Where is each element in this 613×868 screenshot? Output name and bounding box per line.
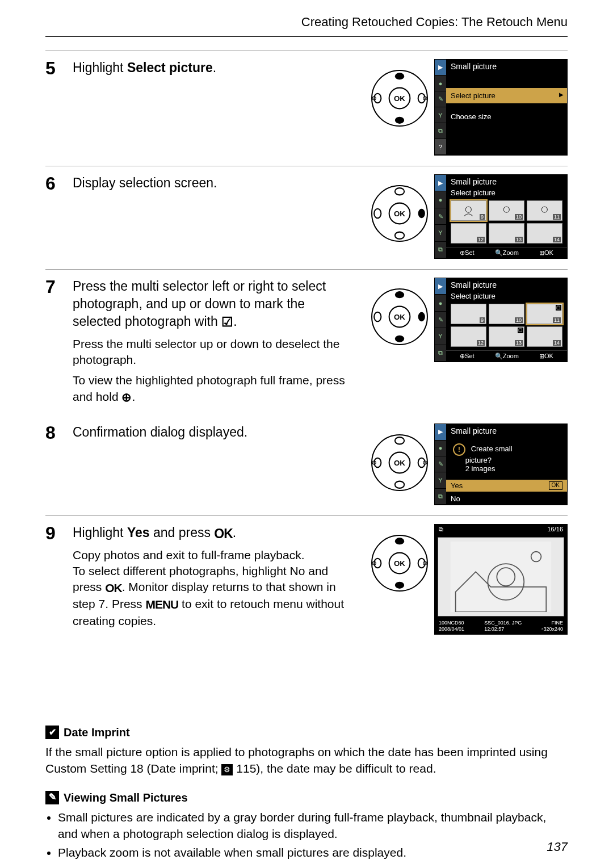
thumb: 10: [489, 304, 524, 324]
text: and press: [150, 525, 215, 540]
thumb: 10: [489, 200, 524, 221]
lcd-title: Small picture: [446, 278, 567, 292]
lcd-screen-playback: ⧉ 16/16 100NCD60 2008/04/01 SSC_00: [434, 524, 568, 635]
size: 320x240: [543, 626, 563, 632]
text-bold: No: [290, 564, 305, 577]
check-icon: ✔: [45, 726, 59, 739]
warning-icon: !: [453, 443, 465, 456]
svg-point-13: [418, 209, 425, 218]
ok-icon: OK: [214, 525, 233, 543]
note-viewing-small: ✎ Viewing Small Pictures Small pictures …: [45, 790, 568, 861]
svg-point-2: [395, 117, 404, 124]
text: To view the highlighted photograph full …: [73, 374, 345, 402]
menu-icon: MENU: [145, 597, 178, 613]
confirm-yes: Yes OK: [446, 480, 567, 492]
thumb: 14: [527, 223, 562, 244]
text: .: [213, 60, 216, 75]
svg-point-17: [503, 207, 509, 212]
text: ;: [215, 762, 222, 775]
page-header: Creating Retouched Copies: The Retouch M…: [45, 11, 568, 37]
step-sub: Copy photos and exit to full-frame playb…: [73, 547, 357, 629]
note-heading: Date Imprint: [64, 724, 130, 740]
text: .: [233, 525, 236, 540]
svg-point-36: [395, 538, 404, 544]
step-title: Highlight Yes and press OK.: [73, 524, 357, 542]
lcd-screen-selection: ▶●✎Y⧉ Small picture Select picture 9 10 …: [434, 174, 568, 259]
menu-item-select-picture: Select picture: [446, 88, 567, 103]
thumb: ▢13: [489, 326, 524, 347]
lcd-screen-selection-marked: ▶●✎Y⧉ Small picture Select picture 9 10 …: [434, 278, 568, 362]
svg-point-21: [395, 336, 404, 342]
lcd-title: Small picture: [446, 60, 567, 73]
multiselector-icon: OK: [371, 534, 429, 592]
lcd-screen-confirm: ▶●✎Y⧉ Small picture ! Create small pictu…: [434, 423, 568, 505]
reference-icon: ⚙: [221, 764, 233, 775]
menu-item-choose-size: Choose size: [446, 109, 567, 124]
date: 2008/04/01: [439, 626, 464, 632]
text-bold: Select picture: [127, 60, 213, 75]
svg-point-23: [418, 312, 425, 321]
pencil-icon: ✎: [45, 791, 59, 804]
lcd-screen-menu: ▶●✎Y⧉? Small picture Select picture Choo…: [434, 59, 568, 156]
step-number: 6: [45, 174, 65, 192]
text: Highlight: [73, 525, 127, 540]
thumb: 13: [489, 223, 524, 244]
step-sub: Press the multi selector up or down to d…: [73, 336, 357, 368]
multiselector-icon: OK: [371, 184, 429, 242]
svg-point-18: [541, 207, 547, 212]
lcd-subtitle: Select picture: [446, 188, 567, 197]
confirm-no: No: [446, 493, 567, 505]
retouch-icon: ⧉: [439, 526, 443, 533]
svg-point-1: [395, 73, 404, 79]
multiselector-icon: OK: [371, 434, 429, 492]
page-number: 137: [547, 840, 568, 854]
step-5: 5 Highlight Select picture. OK ▶●✎Y⧉? Sm…: [45, 51, 568, 166]
folder-name: 100NCD60: [439, 620, 464, 626]
text-bold: Date imprint: [151, 762, 215, 775]
svg-text:OK: OK: [394, 559, 405, 568]
text: Create small: [471, 445, 513, 454]
text: Highlight: [73, 60, 127, 75]
svg-text:OK: OK: [394, 313, 405, 321]
ok-icon: OK: [105, 580, 122, 596]
text: To select different photographs, highlig…: [73, 564, 290, 577]
bullet-item: Playback zoom is not available when smal…: [58, 844, 568, 861]
step-sub: To view the highlighted photograph full …: [73, 372, 357, 405]
step-9: 9 Highlight Yes and press OK. Copy photo…: [45, 515, 568, 645]
notes-section: ✔ Date Imprint If the small picture opti…: [45, 724, 568, 861]
multiselector-icon: OK: [371, 69, 429, 127]
quality: FINE: [541, 620, 563, 626]
text: picture?: [465, 456, 492, 464]
step-number: 8: [45, 423, 65, 442]
step-8: 8 Confirmation dialog displayed. OK ▶●✎Y…: [45, 416, 568, 515]
text: .: [132, 390, 135, 403]
svg-text:OK: OK: [394, 459, 405, 467]
text: ), the date may be difficult to read.: [256, 762, 436, 775]
mark-icon: ☑: [221, 313, 233, 331]
step-6: 6 Display selection screen. OK ▶●✎Y⧉ Sma…: [45, 166, 568, 269]
thumb: 14: [527, 326, 562, 347]
thumb: 11: [527, 200, 562, 221]
text: Press the multi selector left or right t…: [73, 279, 326, 329]
thumb: 9: [451, 304, 486, 324]
note-heading: Viewing Small Pictures: [64, 790, 188, 806]
svg-point-16: [465, 207, 471, 212]
lcd-title: Small picture: [446, 175, 567, 188]
step-title: Display selection screen.: [73, 174, 357, 192]
time: 12:02:57: [484, 626, 522, 632]
thumb: 9: [451, 200, 486, 221]
filename: SSC_0016. JPG: [484, 620, 522, 626]
svg-text:OK: OK: [394, 94, 405, 103]
play-icon: ▶: [435, 60, 446, 76]
bullet-item: Small pictures are indicated by a gray b…: [58, 809, 568, 842]
lcd-subtitle: Select picture: [446, 292, 567, 300]
step-title: Press the multi selector left or right t…: [73, 278, 357, 332]
text-bold: Yes: [127, 525, 150, 540]
thumb: 12: [451, 326, 486, 347]
step-number: 7: [45, 278, 65, 296]
mark-icon: ▢: [556, 305, 561, 311]
playback-image: [438, 537, 564, 617]
step-7: 7 Press the multi selector left or right…: [45, 269, 568, 416]
mark-icon: ▢: [518, 328, 523, 333]
step-number: 5: [45, 59, 65, 77]
